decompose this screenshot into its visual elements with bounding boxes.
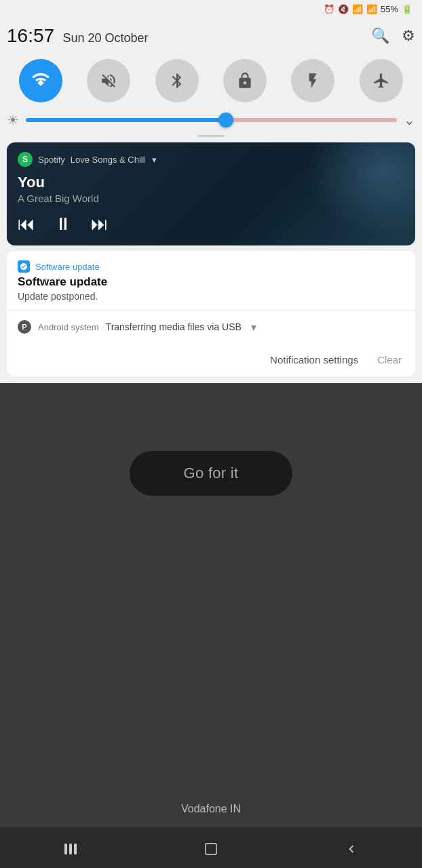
brightness-expand-icon[interactable]: ⌄: [404, 112, 415, 128]
status-bar: ⏰ 🔇 📶 📶 55% 🔋: [0, 0, 422, 18]
settings-icon[interactable]: ⚙: [402, 27, 415, 45]
battery-icon: 🔋: [402, 4, 413, 14]
alarm-icon: ⏰: [324, 4, 334, 14]
notification-actions: Notification settings Clear: [7, 343, 415, 376]
notif-title: Software update: [18, 275, 404, 289]
qs-lock-button[interactable]: [223, 59, 267, 102]
dark-background-area: Go for it Vodafone IN: [0, 383, 422, 827]
android-system-icon: P: [18, 320, 31, 334]
android-expand-icon[interactable]: ▾: [251, 321, 256, 334]
spotify-pause-button[interactable]: ⏸: [54, 214, 72, 235]
clear-notifications-button[interactable]: Clear: [375, 350, 404, 370]
svg-rect-3: [206, 844, 217, 855]
notif-app-name: Software update: [35, 262, 100, 272]
time-row: 16:57 Sun 20 October 🔍 ⚙: [7, 18, 415, 55]
qs-bluetooth-button[interactable]: [155, 59, 199, 102]
qs-wifi-button[interactable]: [19, 59, 62, 102]
notif-body: Update postponed.: [18, 291, 404, 302]
spotify-next-button[interactable]: ⏭: [91, 214, 109, 235]
time-display: 16:57: [7, 25, 54, 46]
navigation-bar: [0, 827, 422, 868]
time-date: 16:57 Sun 20 October: [7, 25, 149, 47]
spotify-playlist-name: Love Songs & Chill: [71, 155, 145, 165]
mute-icon: 🔇: [338, 4, 349, 14]
qs-mute-button[interactable]: [87, 59, 130, 102]
time-action-icons: 🔍 ⚙: [371, 27, 415, 45]
spotify-dropdown-icon[interactable]: ▾: [152, 155, 157, 165]
notif-header: Software update: [18, 260, 404, 273]
android-source-label: Android system: [38, 322, 99, 332]
notification-panel: 16:57 Sun 20 October 🔍 ⚙: [0, 18, 422, 383]
svg-rect-2: [74, 844, 77, 854]
software-update-icon: [18, 260, 30, 273]
software-update-notification: Software update Software update Update p…: [7, 251, 415, 311]
search-icon[interactable]: 🔍: [371, 27, 389, 45]
android-notif-text: Transferring media files via USB: [106, 321, 242, 332]
spotify-previous-button[interactable]: ⏮: [18, 214, 35, 235]
signal-icon: 📶: [366, 4, 377, 14]
wifi-status-icon: 📶: [352, 4, 363, 14]
notification-settings-button[interactable]: Notification settings: [267, 350, 361, 370]
qs-flashlight-button[interactable]: [291, 59, 334, 102]
spotify-album-art: [307, 142, 415, 237]
go-for-it-button[interactable]: Go for it: [130, 451, 293, 496]
svg-rect-0: [64, 844, 67, 854]
brightness-slider[interactable]: [26, 118, 397, 122]
svg-rect-1: [69, 844, 72, 854]
spotify-app-name: Spotify: [38, 155, 65, 165]
carrier-name: Vodafone IN: [181, 803, 241, 827]
full-page: ⏰ 🔇 📶 📶 55% 🔋 16:57 Sun 20 October 🔍 ⚙: [0, 0, 422, 868]
qs-airplane-button[interactable]: [360, 59, 403, 102]
recent-apps-button[interactable]: [54, 837, 88, 861]
panel-divider: [197, 135, 225, 137]
brightness-icon: ☀: [7, 112, 19, 128]
back-button[interactable]: [334, 837, 368, 861]
home-button[interactable]: [194, 837, 228, 861]
date-display: Sun 20 October: [63, 31, 149, 45]
spotify-logo-icon: S: [18, 152, 33, 167]
battery-level: 55%: [381, 4, 398, 14]
spotify-card: S Spotify Love Songs & Chill ▾ You A Gre…: [7, 142, 415, 245]
quick-settings-row: [7, 55, 415, 109]
status-icons: ⏰ 🔇 📶 📶 55% 🔋: [324, 4, 413, 14]
android-system-notification: P Android system Transferring media file…: [7, 311, 415, 343]
notifications-section: Software update Software update Update p…: [7, 251, 415, 376]
brightness-row: ☀ ⌄: [7, 109, 415, 135]
brightness-thumb[interactable]: [218, 113, 233, 127]
brightness-track: [26, 118, 397, 122]
